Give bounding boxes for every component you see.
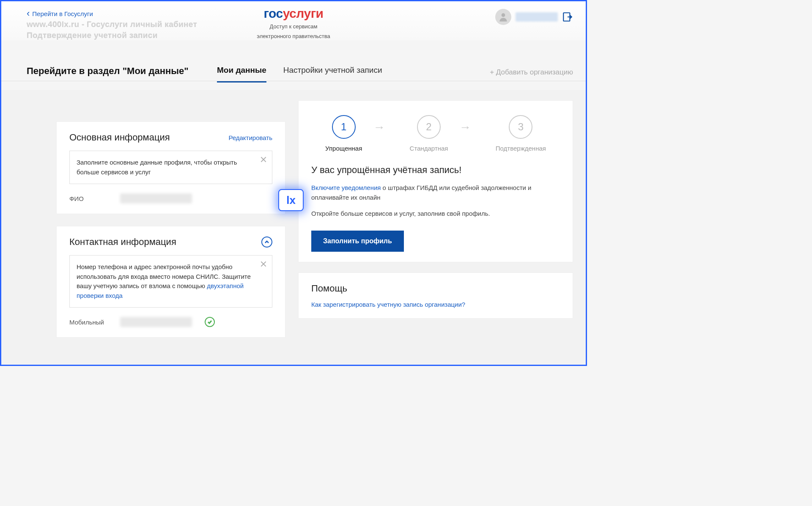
- step-1: 1 Упрощенная: [325, 115, 362, 152]
- step-1-label: Упрощенная: [325, 145, 362, 152]
- lx-watermark-badge: lx: [278, 189, 304, 211]
- user-avatar[interactable]: [495, 9, 511, 25]
- help-title: Помощь: [311, 283, 560, 294]
- step-3-number: 3: [509, 115, 532, 139]
- back-to-gosuslugi-link[interactable]: Перейти в Госуслуги: [27, 9, 93, 18]
- logo-subtitle-2: электронного правительства: [257, 33, 330, 40]
- basic-info-hint-box: Заполните основные данные профиля, чтобы…: [69, 151, 272, 184]
- basic-info-hint-text: Заполните основные данные профиля, чтобы…: [77, 159, 237, 176]
- contact-info-hint-box: Номер телефона и адрес электронной почты…: [69, 255, 272, 308]
- account-status-card: 1 Упрощенная → 2 Стандартная → 3 Подтвер…: [298, 100, 573, 262]
- username-redacted: [516, 12, 558, 22]
- account-status-title: У вас упрощённая учётная запись!: [311, 165, 560, 176]
- edit-basic-info-link[interactable]: Редактировать: [228, 134, 272, 141]
- logout-icon[interactable]: [562, 11, 573, 22]
- close-icon[interactable]: [259, 260, 268, 268]
- mobile-value-redacted: [120, 317, 192, 327]
- help-card: Помощь Как зарегистрировать учетную запи…: [298, 272, 573, 319]
- logo-subtitle-1: Доступ к сервисам: [257, 23, 330, 30]
- enable-notifications-link[interactable]: Включите уведомления: [311, 184, 381, 191]
- verification-steps: 1 Упрощенная → 2 Стандартная → 3 Подтвер…: [311, 111, 560, 160]
- open-more-text: Откройте больше сервисов и услуг, заполн…: [311, 209, 560, 219]
- arrow-icon: →: [459, 121, 485, 134]
- step-3: 3 Подтвержденная: [496, 115, 546, 152]
- help-link-org-register[interactable]: Как зарегистрировать учетную запись орга…: [311, 301, 560, 308]
- step-3-label: Подтвержденная: [496, 145, 546, 152]
- site-logo: госуслуги Доступ к сервисам электронного…: [257, 6, 330, 40]
- logo-part-gos: гос: [263, 6, 283, 20]
- add-organization-link[interactable]: + Добавить организацию: [490, 68, 573, 77]
- basic-info-card: Основная информация Редактировать Заполн…: [56, 121, 285, 214]
- fio-value-redacted: [120, 193, 192, 204]
- step-1-number: 1: [332, 115, 356, 139]
- svg-point-0: [502, 13, 505, 17]
- contact-info-card: Контактная информация Номер телефона и а…: [56, 226, 285, 338]
- instruction-heading-1: Перейдите в раздел "Мои данные": [27, 66, 189, 77]
- basic-info-title: Основная информация: [69, 132, 170, 143]
- collapse-button[interactable]: [261, 236, 272, 248]
- step-2-number: 2: [417, 115, 441, 139]
- fio-label: ФИО: [69, 195, 107, 202]
- fill-profile-button[interactable]: Заполнить профиль: [311, 231, 404, 252]
- mobile-label: Мобильный: [69, 319, 107, 326]
- contact-info-title: Контактная информация: [69, 236, 176, 248]
- step-2: 2 Стандартная: [410, 115, 448, 152]
- close-icon[interactable]: [259, 155, 268, 164]
- tab-my-data[interactable]: Мои данные: [217, 66, 266, 82]
- step-2-label: Стандартная: [410, 145, 448, 152]
- verified-check-icon: [205, 317, 215, 327]
- arrow-icon: →: [373, 121, 398, 134]
- tabs-divider: [1, 81, 586, 81]
- logo-part-uslugi: услуги: [283, 6, 324, 20]
- tab-account-settings[interactable]: Настройки учетной записи: [283, 66, 382, 82]
